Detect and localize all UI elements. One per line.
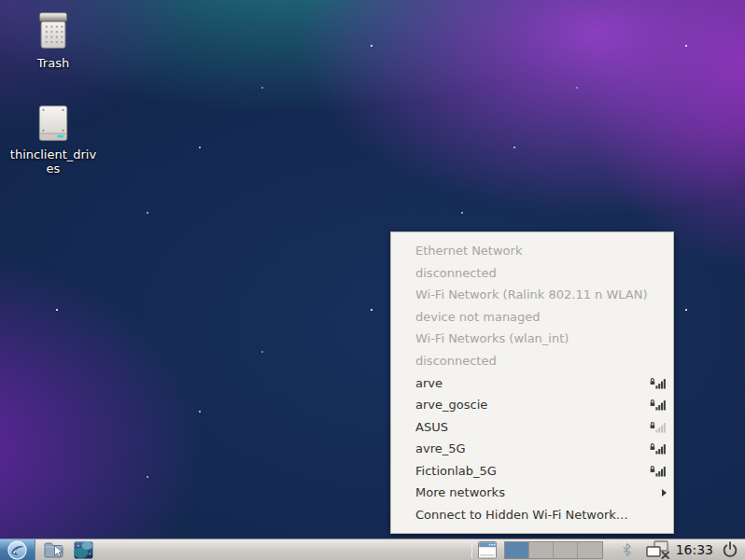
desktop-icon-label: thinclient_drives (10, 147, 97, 175)
menu-item-label: avre_5G (415, 441, 466, 455)
power-button[interactable] (722, 541, 739, 558)
menu-item-right (650, 377, 667, 389)
network-menu-item: Wi-Fi Networks (wlan_int) (391, 328, 673, 350)
menu-item-label: Wi-Fi Networks (wlan_int) (415, 331, 569, 345)
menu-item-label: Ethernet Network (415, 244, 522, 258)
taskbar: 16:33 (0, 539, 745, 560)
menu-item-label: disconnected (415, 266, 497, 280)
menu-item-right (650, 399, 667, 411)
menu-item-right (650, 442, 667, 455)
bluetooth-icon (622, 542, 632, 557)
desktop-preview-launcher[interactable] (72, 539, 95, 560)
network-menu-item[interactable]: ASUS (391, 415, 673, 438)
wifi-signal-lock-icon (650, 465, 667, 477)
menu-item-label: arve_goscie (415, 398, 487, 412)
window-icon (476, 540, 499, 560)
menu-item-label: arve (415, 376, 443, 390)
network-menu-item[interactable]: Connect to Hidden Wi-Fi Network… (391, 504, 673, 526)
network-menu-item: disconnected (391, 350, 673, 372)
desktop-image-icon (73, 540, 94, 560)
start-menu-icon (7, 539, 28, 560)
menu-item-label: More networks (415, 485, 505, 499)
network-menu-item: disconnected (391, 262, 673, 285)
menu-item-right (650, 465, 667, 477)
network-offline-icon (646, 540, 670, 559)
network-menu-item: Ethernet Network (391, 240, 673, 262)
network-status-button[interactable] (646, 540, 671, 559)
wifi-signal-lock-icon (650, 377, 667, 389)
network-manager-menu: Ethernet Network disconnected (390, 231, 674, 534)
file-manager-icon (43, 539, 65, 560)
wifi-signal-lock-icon (650, 442, 667, 455)
desktop-icon-trash[interactable]: Trash (7, 9, 100, 70)
network-menu-item[interactable]: Fictionlab_5G (391, 459, 673, 482)
wifi-signal-lock-icon (650, 421, 667, 433)
panel-separator (471, 542, 472, 558)
menu-item-label: device not managed (415, 310, 541, 324)
power-icon (722, 541, 738, 558)
menu-item-right (650, 421, 667, 433)
menu-item-label: disconnected (415, 354, 497, 368)
workspace-pager (504, 541, 603, 559)
network-menu-item: device not managed (391, 306, 673, 329)
network-menu-item[interactable]: More networks (391, 482, 673, 504)
task-area (95, 539, 468, 560)
wifi-signal-lock-icon (650, 399, 667, 411)
menu-item-label: Connect to Hidden Wi-Fi Network… (415, 508, 628, 522)
window-list-button[interactable] (476, 540, 499, 560)
workspace-cell[interactable] (578, 542, 602, 558)
hard-drive-icon (33, 103, 74, 144)
workspace-cell[interactable] (505, 542, 529, 558)
bluetooth-button[interactable] (621, 542, 634, 557)
clock[interactable]: 16:33 (676, 542, 713, 557)
network-menu-item[interactable]: arve (391, 371, 673, 394)
menu-item-right (662, 489, 667, 497)
network-menu-item[interactable]: avre_5G (391, 438, 673, 460)
trash-icon (33, 9, 74, 52)
desktop-icon-thinclient-drives[interactable]: thinclient_drives (7, 103, 100, 175)
menu-item-label: Wi-Fi Network (Ralink 802.11 n WLAN) (415, 287, 648, 301)
start-menu-button[interactable] (0, 539, 35, 560)
file-manager-launcher[interactable] (42, 539, 65, 560)
desktop-icon-label: Trash (37, 56, 69, 70)
network-menu-item: Wi-Fi Network (Ralink 802.11 n WLAN) (391, 284, 673, 306)
menu-item-label: Fictionlab_5G (415, 464, 497, 478)
submenu-arrow-icon (662, 489, 667, 497)
menu-item-label: ASUS (415, 420, 448, 434)
network-menu-item[interactable]: arve_goscie (391, 394, 673, 416)
desktop: Trash thinclient_drives Ethernet Network (0, 0, 745, 560)
workspace-cell[interactable] (529, 542, 554, 558)
workspace-cell[interactable] (554, 542, 578, 558)
